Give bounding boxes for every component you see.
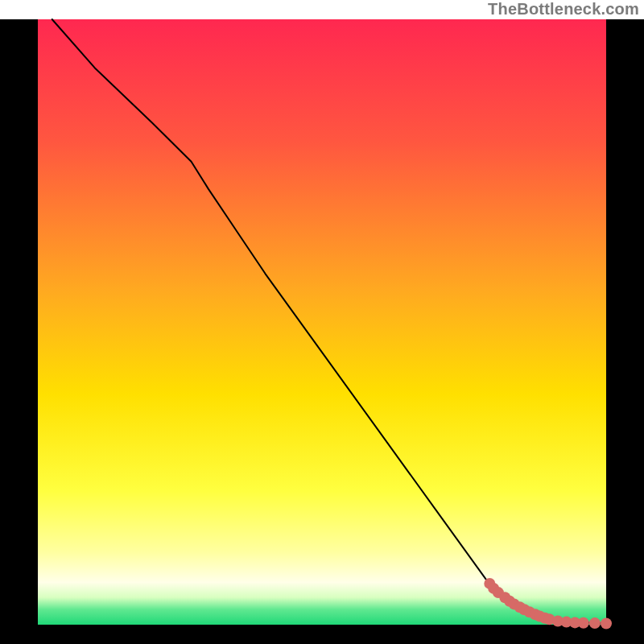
watermark-text: TheBottleneck.com [488, 0, 639, 19]
scatter-point [578, 617, 589, 629]
scatter-point [589, 617, 601, 629]
chart-frame: TheBottleneck.com [0, 0, 644, 644]
scatter-point [601, 618, 612, 630]
plot-background [38, 19, 606, 625]
chart-svg [0, 0, 644, 644]
